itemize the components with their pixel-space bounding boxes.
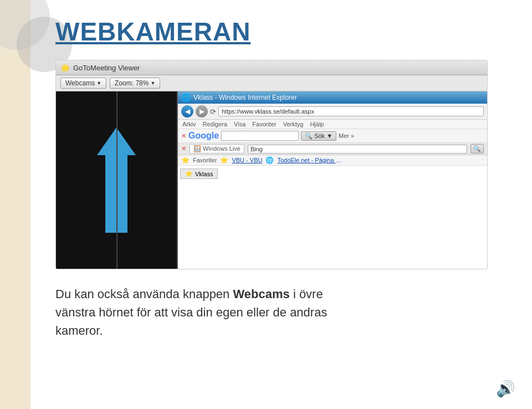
speaker-icon[interactable]: 🔊: [496, 380, 515, 398]
vklass-tab-label: Vklass: [195, 171, 213, 177]
favorites-label[interactable]: Favoriter: [193, 157, 217, 163]
google-search-input[interactable]: [221, 131, 299, 141]
body-text-part3: vänstra hörnet för att visa din egen ell…: [55, 305, 327, 319]
webcam-panel: [56, 91, 178, 269]
windows-live-tab[interactable]: 🪟 Windows Live: [190, 144, 244, 154]
menu-verktyg[interactable]: Verktyg: [283, 121, 304, 127]
bing-search-input[interactable]: Bing: [248, 145, 467, 154]
ie-back-button[interactable]: ◀: [181, 105, 193, 117]
zoom-button[interactable]: Zoom: 78% ▼: [110, 78, 160, 89]
menu-visa[interactable]: Visa: [234, 121, 245, 127]
ie-titlebar: 🌐 Vklass - Windows Internet Explorer: [178, 91, 487, 104]
refresh-icon[interactable]: ⟳: [210, 108, 216, 116]
webcam-divider: [116, 91, 117, 269]
close-x-icon[interactable]: ✕: [181, 132, 186, 140]
body-text-part1: Du kan också använda knappen: [55, 287, 233, 301]
body-paragraph: Du kan också använda knappen Webcams i ö…: [55, 285, 443, 340]
google-logo: Google: [188, 131, 219, 141]
menu-arkiv[interactable]: Arkiv: [182, 121, 196, 127]
zoom-arrow-icon: ▼: [150, 80, 155, 86]
ie-address-bar[interactable]: https://www.vklass.se/default.aspx: [218, 106, 484, 116]
ie-globe-icon: 🌐: [181, 93, 191, 102]
vbu-link[interactable]: VBU - VBU: [232, 157, 262, 163]
body-text-webcams: Webcams: [233, 287, 289, 301]
ie-content: ⭐ Vklass: [178, 166, 487, 269]
mer-text: Mer »: [339, 132, 354, 139]
bing-search-button[interactable]: 🔍: [470, 144, 484, 154]
ie-tabs-bar: ✕ 🪟 Windows Live Bing 🔍: [178, 143, 487, 155]
gtm-title-text: GoToMeeting Viewer: [73, 64, 140, 72]
screenshot-container: 🌟 GoToMeeting Viewer Webcams ▼ Zoom: 78%…: [55, 60, 488, 269]
gotomeeting-icon: 🌟: [60, 63, 70, 72]
webcams-button[interactable]: Webcams ▼: [60, 78, 106, 89]
slide-title: WEBKAMERAN: [55, 17, 510, 47]
gtm-titlebar: 🌟 GoToMeeting Viewer: [56, 60, 487, 75]
ie-window: 🌐 Vklass - Windows Internet Explorer ◀ ▶…: [178, 91, 487, 269]
todoele-link[interactable]: TodoEle.net - Página del pr: [277, 157, 344, 163]
menu-hjälp[interactable]: Hjälp: [310, 121, 324, 127]
ie-search-bar: ✕ Google 🔍 Sök ▼ Mer »: [178, 129, 487, 143]
slide-content: WEBKAMERAN 🌟 GoToMeeting Viewer Webcams …: [33, 0, 532, 409]
webcams-label: Webcams: [65, 79, 95, 87]
favorites-star-icon: ⭐: [181, 156, 190, 164]
body-text-part4: kameror.: [55, 324, 103, 338]
body-text-part2: i övre: [290, 287, 323, 301]
ie-address-toolbar: ◀ ▶ ⟳ https://www.vklass.se/default.aspx: [178, 104, 487, 120]
vklass-tab[interactable]: ⭐ Vklass: [180, 168, 218, 179]
close-x2-icon[interactable]: ✕: [181, 145, 186, 152]
favorites-star2-icon: ⭐: [220, 156, 228, 164]
search-sök-button[interactable]: 🔍 Sök ▼: [301, 131, 336, 141]
gtm-screen: 🌐 Vklass - Windows Internet Explorer ◀ ▶…: [56, 91, 487, 269]
zoom-label: Zoom: 78%: [115, 79, 149, 87]
todoele-star-icon: 🌐: [265, 156, 274, 164]
ie-favorites-bar: ⭐ Favoriter ⭐ VBU - VBU 🌐 TodoEle.net - …: [178, 155, 487, 166]
webcams-arrow-icon: ▼: [96, 80, 101, 86]
menu-redigera[interactable]: Redigera: [202, 121, 227, 127]
vklass-tab-icon: ⭐: [185, 170, 193, 177]
gtm-toolbar: Webcams ▼ Zoom: 78% ▼: [56, 75, 487, 91]
ie-forward-button[interactable]: ▶: [196, 105, 208, 117]
ie-menu-bar: Arkiv Redigera Visa Favoriter Verktyg Hj…: [178, 120, 487, 129]
ie-title-text: Vklass - Windows Internet Explorer: [193, 94, 297, 101]
menu-favoriter[interactable]: Favoriter: [252, 121, 276, 127]
body-text: Du kan också använda knappen Webcams i ö…: [55, 285, 443, 340]
